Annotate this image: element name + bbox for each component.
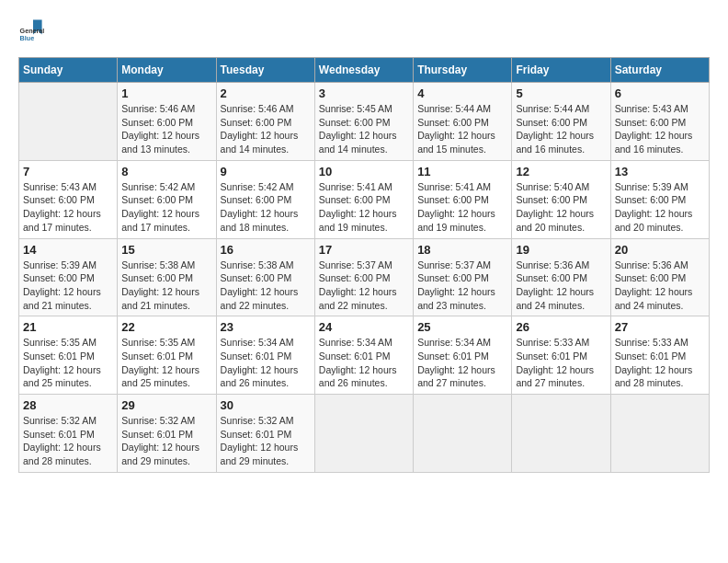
calendar-cell: 1Sunrise: 5:46 AM Sunset: 6:00 PM Daylig… — [118, 83, 216, 161]
day-number: 19 — [516, 243, 606, 257]
day-info: Sunrise: 5:40 AM Sunset: 6:00 PM Dayligh… — [516, 180, 606, 235]
calendar-cell: 14Sunrise: 5:39 AM Sunset: 6:00 PM Dayli… — [19, 238, 118, 316]
calendar-week-row: 1Sunrise: 5:46 AM Sunset: 6:00 PM Daylig… — [19, 83, 710, 161]
day-number: 16 — [221, 243, 311, 257]
day-header-wednesday: Wednesday — [314, 58, 413, 83]
day-number: 17 — [319, 243, 409, 257]
day-number: 14 — [23, 243, 113, 257]
day-number: 25 — [417, 320, 507, 334]
calendar-cell: 13Sunrise: 5:39 AM Sunset: 6:00 PM Dayli… — [610, 160, 709, 238]
day-info: Sunrise: 5:43 AM Sunset: 6:00 PM Dayligh… — [23, 180, 113, 235]
calendar-cell: 30Sunrise: 5:32 AM Sunset: 6:01 PM Dayli… — [216, 395, 314, 473]
day-number: 27 — [615, 320, 705, 334]
calendar-cell: 10Sunrise: 5:41 AM Sunset: 6:00 PM Dayli… — [314, 160, 413, 238]
day-header-tuesday: Tuesday — [216, 58, 314, 83]
day-info: Sunrise: 5:42 AM Sunset: 6:00 PM Dayligh… — [221, 180, 311, 235]
day-info: Sunrise: 5:34 AM Sunset: 6:01 PM Dayligh… — [221, 336, 311, 390]
day-number: 23 — [221, 320, 311, 334]
calendar-cell: 3Sunrise: 5:45 AM Sunset: 6:00 PM Daylig… — [314, 83, 413, 161]
day-number: 28 — [23, 398, 113, 412]
day-info: Sunrise: 5:32 AM Sunset: 6:01 PM Dayligh… — [23, 414, 113, 468]
day-info: Sunrise: 5:42 AM Sunset: 6:00 PM Dayligh… — [121, 180, 211, 235]
day-info: Sunrise: 5:34 AM Sunset: 6:01 PM Dayligh… — [319, 336, 409, 390]
day-info: Sunrise: 5:35 AM Sunset: 6:01 PM Dayligh… — [121, 336, 211, 390]
day-number: 12 — [516, 165, 606, 178]
calendar-week-row: 7Sunrise: 5:43 AM Sunset: 6:00 PM Daylig… — [19, 160, 710, 238]
logo-icon: GeneralBlue — [18, 18, 48, 48]
calendar-cell: 5Sunrise: 5:44 AM Sunset: 6:00 PM Daylig… — [512, 83, 610, 161]
day-number: 6 — [615, 86, 705, 100]
calendar-cell: 17Sunrise: 5:37 AM Sunset: 6:00 PM Dayli… — [314, 238, 413, 316]
calendar-cell — [19, 83, 118, 161]
calendar-header-row: SundayMondayTuesdayWednesdayThursdayFrid… — [19, 58, 710, 83]
day-number: 7 — [23, 165, 113, 178]
day-header-sunday: Sunday — [19, 58, 118, 83]
page-header: GeneralBlue — [18, 18, 710, 48]
day-number: 11 — [417, 165, 507, 178]
day-number: 21 — [23, 320, 113, 334]
day-info: Sunrise: 5:38 AM Sunset: 6:00 PM Dayligh… — [121, 259, 211, 313]
day-header-monday: Monday — [118, 58, 216, 83]
calendar-cell: 8Sunrise: 5:42 AM Sunset: 6:00 PM Daylig… — [118, 160, 216, 238]
calendar-cell: 20Sunrise: 5:36 AM Sunset: 6:00 PM Dayli… — [610, 238, 709, 316]
day-info: Sunrise: 5:37 AM Sunset: 6:00 PM Dayligh… — [319, 259, 409, 313]
day-info: Sunrise: 5:37 AM Sunset: 6:00 PM Dayligh… — [417, 259, 507, 313]
day-number: 20 — [615, 243, 705, 257]
calendar-cell: 27Sunrise: 5:33 AM Sunset: 6:01 PM Dayli… — [610, 316, 709, 395]
calendar-cell: 29Sunrise: 5:32 AM Sunset: 6:01 PM Dayli… — [118, 395, 216, 473]
day-info: Sunrise: 5:46 AM Sunset: 6:00 PM Dayligh… — [221, 102, 311, 156]
calendar-cell — [414, 395, 512, 473]
calendar-cell: 18Sunrise: 5:37 AM Sunset: 6:00 PM Dayli… — [414, 238, 512, 316]
day-info: Sunrise: 5:35 AM Sunset: 6:01 PM Dayligh… — [23, 336, 113, 390]
day-info: Sunrise: 5:44 AM Sunset: 6:00 PM Dayligh… — [417, 102, 507, 156]
day-number: 10 — [319, 165, 409, 178]
calendar-cell: 21Sunrise: 5:35 AM Sunset: 6:01 PM Dayli… — [19, 316, 118, 395]
day-number: 15 — [121, 243, 211, 257]
calendar-cell: 24Sunrise: 5:34 AM Sunset: 6:01 PM Dayli… — [314, 316, 413, 395]
calendar-cell: 11Sunrise: 5:41 AM Sunset: 6:00 PM Dayli… — [414, 160, 512, 238]
day-info: Sunrise: 5:39 AM Sunset: 6:00 PM Dayligh… — [23, 259, 113, 313]
calendar-cell: 16Sunrise: 5:38 AM Sunset: 6:00 PM Dayli… — [216, 238, 314, 316]
day-number: 26 — [516, 320, 606, 334]
day-header-saturday: Saturday — [610, 58, 709, 83]
day-number: 22 — [121, 320, 211, 334]
day-number: 29 — [121, 398, 211, 412]
calendar-cell: 7Sunrise: 5:43 AM Sunset: 6:00 PM Daylig… — [19, 160, 118, 238]
svg-text:Blue: Blue — [20, 34, 35, 42]
day-info: Sunrise: 5:39 AM Sunset: 6:00 PM Dayligh… — [615, 180, 705, 235]
day-number: 5 — [516, 86, 606, 100]
calendar-week-row: 21Sunrise: 5:35 AM Sunset: 6:01 PM Dayli… — [19, 316, 710, 395]
calendar-cell — [314, 395, 413, 473]
day-info: Sunrise: 5:32 AM Sunset: 6:01 PM Dayligh… — [221, 414, 311, 468]
calendar-cell: 28Sunrise: 5:32 AM Sunset: 6:01 PM Dayli… — [19, 395, 118, 473]
calendar-cell: 6Sunrise: 5:43 AM Sunset: 6:00 PM Daylig… — [610, 83, 709, 161]
calendar-cell: 25Sunrise: 5:34 AM Sunset: 6:01 PM Dayli… — [414, 316, 512, 395]
day-info: Sunrise: 5:41 AM Sunset: 6:00 PM Dayligh… — [319, 180, 409, 235]
day-number: 8 — [121, 165, 211, 178]
calendar-cell: 15Sunrise: 5:38 AM Sunset: 6:00 PM Dayli… — [118, 238, 216, 316]
day-header-thursday: Thursday — [414, 58, 512, 83]
day-info: Sunrise: 5:38 AM Sunset: 6:00 PM Dayligh… — [221, 259, 311, 313]
day-header-friday: Friday — [512, 58, 610, 83]
day-number: 30 — [221, 398, 311, 412]
calendar-table: SundayMondayTuesdayWednesdayThursdayFrid… — [18, 57, 710, 473]
calendar-cell: 19Sunrise: 5:36 AM Sunset: 6:00 PM Dayli… — [512, 238, 610, 316]
day-number: 13 — [615, 165, 705, 178]
calendar-cell: 2Sunrise: 5:46 AM Sunset: 6:00 PM Daylig… — [216, 83, 314, 161]
logo: GeneralBlue — [18, 18, 48, 48]
calendar-cell: 4Sunrise: 5:44 AM Sunset: 6:00 PM Daylig… — [414, 83, 512, 161]
day-number: 18 — [417, 243, 507, 257]
day-number: 9 — [221, 165, 311, 178]
day-info: Sunrise: 5:32 AM Sunset: 6:01 PM Dayligh… — [121, 414, 211, 468]
calendar-cell: 9Sunrise: 5:42 AM Sunset: 6:00 PM Daylig… — [216, 160, 314, 238]
calendar-week-row: 28Sunrise: 5:32 AM Sunset: 6:01 PM Dayli… — [19, 395, 710, 473]
calendar-cell: 23Sunrise: 5:34 AM Sunset: 6:01 PM Dayli… — [216, 316, 314, 395]
day-number: 1 — [121, 86, 211, 100]
day-info: Sunrise: 5:46 AM Sunset: 6:00 PM Dayligh… — [121, 102, 211, 156]
day-info: Sunrise: 5:44 AM Sunset: 6:00 PM Dayligh… — [516, 102, 606, 156]
day-info: Sunrise: 5:45 AM Sunset: 6:00 PM Dayligh… — [319, 102, 409, 156]
day-info: Sunrise: 5:36 AM Sunset: 6:00 PM Dayligh… — [615, 259, 705, 313]
calendar-body: 1Sunrise: 5:46 AM Sunset: 6:00 PM Daylig… — [19, 83, 710, 473]
day-number: 2 — [221, 86, 311, 100]
calendar-cell: 26Sunrise: 5:33 AM Sunset: 6:01 PM Dayli… — [512, 316, 610, 395]
